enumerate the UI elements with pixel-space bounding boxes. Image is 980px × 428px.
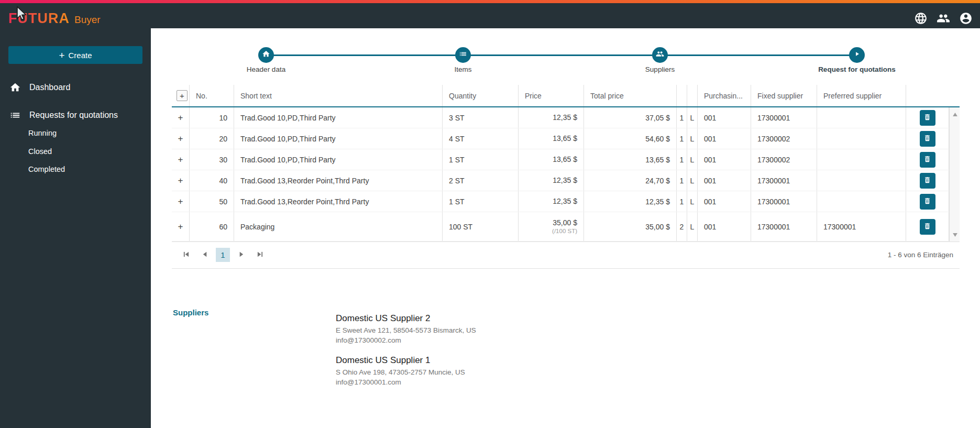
header-cell-short-text[interactable]: Short text — [234, 85, 443, 106]
row-cell-actions — [906, 212, 949, 241]
supplier-entry: Domestic US Supplier 2 E Sweet Ave 121, … — [336, 313, 476, 344]
row-cell-fixed-supplier: 17300001 — [751, 212, 817, 241]
row-cell-no: 40 — [190, 170, 234, 191]
header-cell-fixed-supplier[interactable]: Fixed supplier — [751, 85, 817, 106]
row-cell-quantity: 1 ST — [443, 191, 519, 212]
sidebar-subitem-running[interactable]: Running — [28, 129, 57, 137]
header-cell-quantity[interactable]: Quantity — [443, 85, 519, 106]
price-value: 12,35 $ — [553, 196, 577, 206]
home-icon — [262, 50, 270, 60]
row-cell-purchasing: 001 — [698, 212, 751, 241]
pagination-current-page[interactable]: 1 — [216, 248, 230, 262]
header-cell-preferred-supplier[interactable]: Preferred supplier — [817, 85, 906, 106]
sidebar-item-label: Requests for quotations — [29, 111, 118, 120]
pagination-entries-info: 1 - 6 von 6 Einträgen — [888, 251, 953, 259]
team-icon[interactable] — [937, 12, 950, 25]
supplier-email: info@17300001.com — [336, 378, 476, 386]
expand-row-icon[interactable]: + — [178, 134, 183, 143]
row-cell-no: 10 — [190, 107, 234, 128]
sidebar: + Create Dashboard Requests for quotatio… — [0, 28, 151, 428]
delete-row-button[interactable] — [920, 110, 935, 126]
scroll-down-icon[interactable] — [950, 230, 960, 239]
sidebar-item-requests-for-quotations[interactable]: Requests for quotations — [0, 105, 151, 126]
sidebar-item-dashboard[interactable]: Dashboard — [0, 77, 151, 98]
table-row[interactable]: + 40 Trad.Good 13,Reorder Point,Thrd Par… — [172, 170, 960, 191]
step-header-data[interactable] — [258, 47, 274, 63]
trash-icon — [923, 222, 931, 232]
price-value: 13,65 $ — [553, 155, 577, 164]
delete-row-button[interactable] — [920, 219, 935, 235]
step-request-for-quotations[interactable] — [849, 47, 865, 63]
price-unit: (/100 ST) — [552, 227, 577, 235]
row-cell-price: 12,35 $ — [519, 191, 584, 212]
row-cell-c2: L — [687, 149, 698, 170]
row-cell-price: 35,00 $ (/100 ST) — [519, 212, 584, 241]
expand-row-icon[interactable]: + — [178, 176, 183, 185]
sidebar-collapse-button[interactable] — [123, 425, 144, 428]
delete-row-button[interactable] — [920, 152, 935, 168]
delete-row-button[interactable] — [920, 173, 935, 189]
pagination-last-button[interactable] — [252, 247, 268, 263]
table-row[interactable]: + 30 Trad.Good 10,PD,Third Party 1 ST 13… — [172, 149, 960, 170]
scroll-up-icon[interactable] — [950, 109, 960, 119]
row-cell-expand: + — [172, 128, 190, 149]
row-cell-preferred-supplier — [817, 170, 906, 191]
row-cell-c2: L — [687, 170, 698, 191]
expand-row-icon[interactable]: + — [178, 113, 183, 122]
table-row[interactable]: + 60 Packaging 100 ST 35,00 $ (/100 ST) … — [172, 212, 960, 242]
pagination-next-button[interactable] — [233, 247, 249, 263]
table-scrollbar[interactable] — [949, 107, 960, 242]
sidebar-subitem-closed[interactable]: Closed — [28, 147, 52, 156]
account-icon[interactable] — [959, 12, 973, 25]
row-cell-preferred-supplier — [817, 191, 906, 212]
supplier-address: S Ohio Ave 198, 47305-2757 Muncie, US — [336, 368, 476, 376]
home-icon — [9, 82, 21, 93]
header-cell-no[interactable]: No. — [190, 85, 234, 106]
globe-icon[interactable] — [914, 12, 928, 25]
add-item-button[interactable]: + — [177, 90, 188, 101]
sidebar-subitem-completed[interactable]: Completed — [28, 165, 65, 173]
row-cell-preferred-supplier — [817, 107, 906, 128]
table-header-row: + No. Short text Quantity Price Total pr… — [172, 85, 960, 107]
pagination-prev-button[interactable] — [197, 247, 213, 263]
trash-icon — [923, 113, 931, 123]
stepper-line — [266, 54, 857, 56]
delete-row-button[interactable] — [920, 194, 935, 210]
delete-row-button[interactable] — [920, 131, 935, 147]
row-cell-preferred-supplier: 17300001 — [817, 212, 906, 241]
create-button[interactable]: + Create — [8, 46, 142, 64]
next-page-icon — [238, 251, 245, 259]
row-cell-price: 13,65 $ — [519, 149, 584, 170]
row-cell-purchasing: 001 — [698, 170, 751, 191]
table-row[interactable]: + 50 Trad.Good 13,Reorder Point,Thrd Par… — [172, 191, 960, 212]
row-cell-c2: L — [687, 128, 698, 149]
row-cell-actions — [906, 170, 949, 191]
step-items[interactable] — [455, 47, 471, 63]
header-cell-total-price[interactable]: Total price — [584, 85, 677, 106]
expand-row-icon[interactable]: + — [178, 155, 183, 164]
table-row[interactable]: + 10 Trad.Good 10,PD,Third Party 3 ST 12… — [172, 107, 960, 128]
supplier-entry: Domestic US Supplier 1 S Ohio Ave 198, 4… — [336, 355, 476, 386]
row-cell-actions — [906, 149, 949, 170]
row-cell-short-text: Trad.Good 10,PD,Third Party — [234, 128, 443, 149]
expand-row-icon[interactable]: + — [178, 197, 183, 206]
suppliers-section-title: Suppliers — [173, 308, 208, 317]
row-cell-quantity: 2 ST — [443, 170, 519, 191]
table-row[interactable]: + 20 Trad.Good 10,PD,Third Party 4 ST 13… — [172, 128, 960, 149]
expand-row-icon[interactable]: + — [178, 222, 183, 231]
step-label-suppliers: Suppliers — [602, 65, 718, 73]
supplier-email: info@17300002.com — [336, 336, 476, 344]
sidebar-item-label: Dashboard — [29, 83, 70, 92]
pagination-bar: 1 1 - 6 von 6 Einträgen — [172, 242, 960, 269]
step-suppliers[interactable] — [652, 47, 668, 63]
trash-icon — [923, 176, 931, 185]
header-cell-purchasing[interactable]: Purchasin... — [698, 85, 751, 106]
row-cell-short-text: Trad.Good 10,PD,Third Party — [234, 149, 443, 170]
header-cell-price[interactable]: Price — [519, 85, 584, 106]
row-cell-no: 30 — [190, 149, 234, 170]
trash-icon — [923, 197, 931, 206]
pagination-first-button[interactable] — [178, 247, 194, 263]
prev-page-icon — [202, 251, 208, 259]
row-cell-total-price: 54,60 $ — [584, 128, 677, 149]
step-label-request-for-quotations: Request for quotations — [799, 65, 915, 73]
